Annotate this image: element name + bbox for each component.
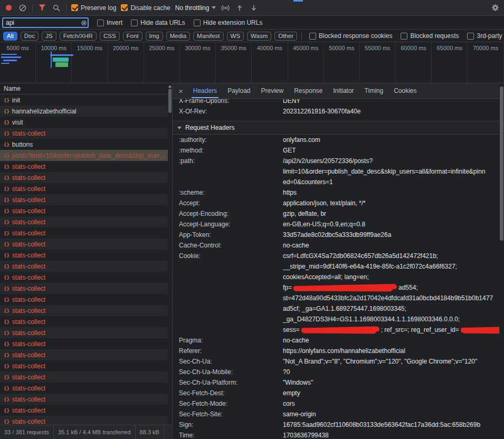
header-value-line: ?0 [283, 367, 499, 377]
request-headers-section[interactable]: Request Headers [173, 121, 499, 135]
request-type-icon: {} [4, 330, 9, 336]
request-row[interactable]: {}stats-collect [0, 327, 168, 338]
request-row[interactable]: {}stats-collect [0, 172, 168, 183]
request-row[interactable]: {}stats-collect [0, 371, 168, 383]
header-name: :path: [179, 156, 283, 187]
request-row[interactable]: {}stats-collect [0, 250, 168, 261]
request-row[interactable]: {}stats-collect [0, 405, 168, 416]
headers-content: X-Frame-Options:DENYX-Of-Rev:20231226191… [173, 99, 499, 439]
header-row: App-Token:33d57ade8c02dbc5a333db99ff9ae2… [173, 230, 499, 240]
clear-network-log-icon[interactable] [18, 3, 27, 13]
type-filter-fetch-xhr[interactable]: Fetch/XHR [60, 32, 97, 41]
type-filter-font[interactable]: Font [123, 32, 142, 41]
tab-cookies[interactable]: Cookies [388, 83, 422, 98]
request-name: stats-collect [12, 385, 45, 392]
request-row[interactable]: {}stats-collect [0, 416, 168, 425]
throttling-select[interactable]: No throttling [175, 4, 216, 12]
request-row[interactable]: {}stats-collect [0, 205, 168, 216]
header-name: Pragma: [179, 335, 283, 346]
checkbox-box [121, 4, 128, 11]
tab-preview[interactable]: Preview [256, 83, 289, 98]
scrollbar-thumb[interactable] [168, 89, 172, 113]
request-row[interactable]: {}hannahelizabethofficial [0, 106, 168, 117]
filter-icon[interactable] [37, 3, 47, 13]
request-row[interactable]: {}stats-collect [0, 349, 168, 360]
request-row[interactable]: {}stats-collect [0, 183, 168, 194]
name-column-header[interactable]: Name [0, 83, 168, 94]
type-filter-ws[interactable]: WS [227, 32, 244, 41]
filter-input[interactable] [2, 17, 89, 28]
type-filter-css[interactable]: CSS [100, 32, 120, 41]
disable-cache-checkbox[interactable]: Disable cache [121, 4, 170, 12]
request-row[interactable]: {}visit [0, 117, 168, 128]
request-type-icon: {} [4, 120, 9, 125]
record-button[interactable] [6, 5, 12, 11]
details-scrollbar[interactable] [499, 83, 504, 439]
checkbox-box [131, 20, 138, 26]
network-status-bar: 33 / 381 requests 35.1 kB / 4.4 MB trans… [0, 425, 172, 439]
type-filter-doc[interactable]: Doc [21, 32, 39, 41]
request-row[interactable]: {}stats-collect [0, 261, 168, 272]
request-row[interactable]: {}stats-collect [0, 383, 168, 394]
request-row[interactable]: {}stats-collect [0, 360, 168, 371]
type-filter-all[interactable]: All [3, 32, 17, 41]
import-har-icon[interactable] [249, 3, 259, 13]
request-row[interactable]: {}stats-collect [0, 316, 168, 327]
tab-timing[interactable]: Timing [359, 83, 389, 98]
hide-data-urls-checkbox[interactable]: Hide data URLs [131, 19, 185, 26]
blocked-response-cookies-checkbox[interactable]: Blocked response cookies [309, 32, 392, 40]
request-row[interactable]: {}buttons [0, 139, 168, 150]
tab-initiator[interactable]: Initiator [328, 83, 359, 98]
tab-payload[interactable]: Payload [222, 83, 255, 98]
request-row[interactable]: {}stats-collect [0, 394, 168, 405]
request-name: stats-collect [12, 362, 45, 370]
request-type-icon: {} [4, 319, 9, 325]
toolbar-divider [301, 32, 302, 40]
type-filter-img[interactable]: Img [146, 32, 163, 41]
request-row[interactable]: {}stats-collect [0, 305, 168, 316]
export-har-icon[interactable] [235, 3, 244, 13]
request-row[interactable]: {}stats-collect [0, 338, 168, 349]
request-row[interactable]: {}stats-collect [0, 161, 168, 172]
request-row[interactable]: {}init [0, 94, 168, 106]
tab-headers[interactable]: Headers [188, 83, 222, 98]
network-conditions-icon[interactable] [221, 3, 230, 13]
timeline-overview[interactable]: 5000 ms10000 ms15000 ms20000 ms25000 ms3… [0, 43, 504, 83]
request-list-scrollbar[interactable] [168, 83, 172, 425]
type-filter-manifest[interactable]: Manifest [193, 32, 223, 41]
header-value-line: DENY [283, 99, 499, 106]
request-row[interactable]: {}stats-collect [0, 283, 168, 294]
type-filter-js[interactable]: JS [42, 32, 56, 41]
scroll-up-icon[interactable] [168, 85, 172, 88]
header-value-line: /api2/v2/users/20572336/posts? [283, 156, 499, 166]
request-row[interactable]: {}stats-collect [0, 294, 168, 305]
request-type-icon: {} [4, 297, 9, 302]
request-row[interactable]: {}posts?limit=10&order=publish_date_desc… [0, 150, 168, 161]
request-row[interactable]: {}stats-collect [0, 216, 168, 227]
type-filter-media[interactable]: Media [166, 32, 190, 41]
scrollbar-thumb[interactable] [500, 87, 503, 241]
blocked-requests-checkbox[interactable]: Blocked requests [401, 32, 459, 40]
settings-gear-icon[interactable] [490, 3, 500, 13]
search-icon[interactable] [52, 3, 61, 13]
3rd-party-requests-checkbox[interactable]: 3rd-party requests [467, 32, 504, 40]
request-row[interactable]: {}stats-collect [0, 227, 168, 238]
request-type-icon: {} [4, 98, 9, 103]
tab-response[interactable]: Response [289, 83, 328, 98]
request-row[interactable]: {}stats-collect [0, 194, 168, 205]
checkbox-box [309, 33, 316, 40]
clear-filter-icon[interactable]: ⊗ [81, 18, 87, 27]
type-filter-wasm[interactable]: Wasm [247, 32, 271, 41]
preserve-log-checkbox[interactable]: Preserve log [71, 4, 116, 12]
request-name: stats-collect [12, 351, 45, 359]
request-row[interactable]: {}stats-collect [0, 238, 168, 250]
hide-extension-urls-checkbox[interactable]: Hide extension URLs [194, 19, 263, 26]
type-filter-other[interactable]: Other [274, 32, 297, 41]
header-value-line: no-cache [283, 240, 499, 251]
close-details-button[interactable]: × [174, 87, 188, 96]
request-row[interactable]: {}stats-collect [0, 128, 168, 139]
request-row[interactable]: {}stats-collect [0, 272, 168, 283]
header-value: https [283, 187, 499, 198]
invert-checkbox[interactable]: Invert [97, 19, 122, 26]
request-type-icon: {} [4, 286, 9, 291]
